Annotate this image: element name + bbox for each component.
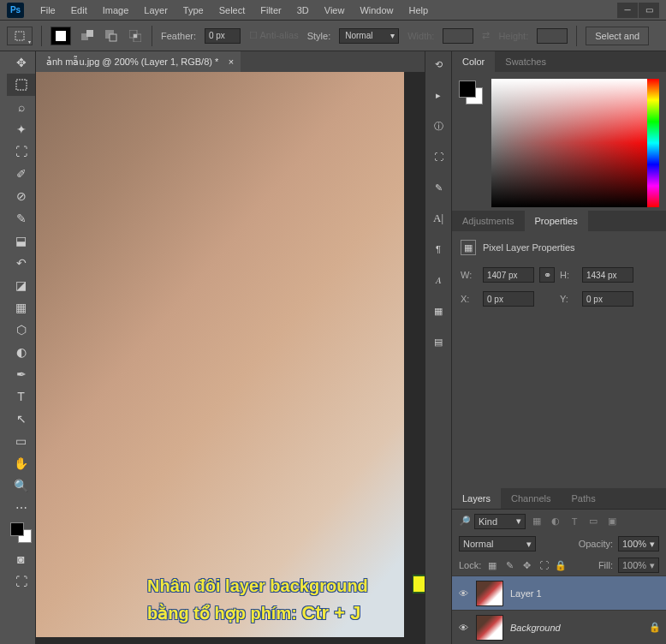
marquee-tool[interactable] — [7, 74, 35, 96]
filter-search-icon[interactable]: 🔎 — [459, 516, 471, 527]
collapsed-panel-dock: ⟲ ▸ ⓘ ⛶ ✎ A| ¶ 𝐴 ▦ ▤ — [425, 51, 452, 644]
fill-input[interactable]: 100%▾ — [618, 558, 659, 573]
fg-swatch[interactable] — [459, 80, 476, 98]
lock-artboard-icon[interactable]: ⛶ — [538, 560, 550, 570]
selection-new[interactable] — [51, 27, 71, 45]
menu-file[interactable]: File — [33, 5, 63, 15]
gradient-tool[interactable]: ▦ — [7, 296, 35, 319]
wand-tool[interactable]: ✦ — [7, 118, 35, 140]
quick-mask[interactable]: ◙ — [7, 548, 35, 570]
color-swatch-mini[interactable] — [459, 79, 485, 204]
actions-panel-icon[interactable]: ▸ — [431, 87, 446, 103]
lasso-tool[interactable]: ⌕ — [7, 96, 35, 118]
close-tab-icon[interactable]: × — [229, 57, 234, 67]
layers-panel-tabs: Layers Channels Paths — [452, 488, 666, 509]
fill-label: Fill: — [598, 560, 613, 570]
crop-tool[interactable]: ⛶ — [7, 140, 35, 163]
blur-tool[interactable]: ⬡ — [7, 319, 35, 341]
lock-transparent-icon[interactable]: ▦ — [486, 560, 498, 571]
pen-tool[interactable]: ✒ — [7, 363, 35, 385]
menu-view[interactable]: View — [317, 5, 353, 15]
tab-paths[interactable]: Paths — [562, 488, 606, 509]
menu-edit[interactable]: Edit — [63, 5, 95, 15]
opacity-input[interactable]: 100% — [618, 536, 659, 552]
character-panel-icon[interactable]: A| — [431, 211, 446, 226]
link-wh-icon[interactable]: ⚭ — [539, 267, 555, 283]
shape-tool[interactable]: ▭ — [7, 430, 35, 452]
selection-add-icon[interactable] — [80, 28, 95, 44]
paragraph-panel-icon[interactable]: ¶ — [431, 242, 446, 257]
layer-name[interactable]: Layer 1 — [510, 588, 661, 599]
styles-panel-icon[interactable]: ▦ — [431, 303, 446, 319]
feather-input[interactable] — [205, 28, 241, 44]
height-field[interactable] — [582, 267, 633, 283]
layer-name[interactable]: Background — [510, 623, 642, 633]
history-panel-icon[interactable]: ⟲ — [431, 57, 446, 72]
selection-subtract-icon[interactable] — [104, 28, 119, 44]
maximize-button[interactable]: ▭ — [639, 3, 659, 18]
layer-row[interactable]: 👁 Background 🔒 — [452, 610, 666, 644]
color-swatches[interactable] — [7, 519, 35, 548]
filter-type-icon[interactable]: T — [567, 514, 582, 529]
dodge-tool[interactable]: ◐ — [7, 341, 35, 363]
brushes-panel-icon[interactable]: ✎ — [431, 180, 446, 195]
stamp-tool[interactable]: ⬓ — [7, 230, 35, 252]
blend-mode-select[interactable]: Normal — [459, 536, 536, 552]
hand-tool[interactable]: ✋ — [7, 452, 35, 474]
info-panel-icon[interactable]: ⓘ — [431, 118, 446, 134]
selection-intersect-icon[interactable] — [128, 28, 143, 44]
menu-image[interactable]: Image — [95, 5, 137, 15]
libraries-panel-icon[interactable]: ▤ — [431, 334, 446, 349]
lock-pixels-icon[interactable]: ✎ — [503, 560, 515, 571]
filter-pixel-icon[interactable]: ▦ — [529, 514, 544, 529]
move-tool[interactable]: ✥ — [7, 51, 35, 74]
tool-preset-picker[interactable] — [7, 27, 33, 45]
layer-row[interactable]: 👁 Layer 1 — [452, 575, 666, 610]
layer-thumbnail[interactable] — [476, 581, 503, 606]
brush-tool[interactable]: ✎ — [7, 207, 35, 230]
width-field[interactable] — [483, 267, 534, 283]
heal-tool[interactable]: ⊘ — [7, 185, 35, 207]
document-tab[interactable]: ảnh mẫu.jpg @ 200% (Layer 1, RGB/8) * × — [36, 51, 241, 72]
history-brush-tool[interactable]: ↶ — [7, 252, 35, 274]
color-field[interactable] — [491, 79, 659, 207]
filter-adjust-icon[interactable]: ◐ — [548, 514, 563, 529]
tab-layers[interactable]: Layers — [452, 488, 501, 509]
menu-3d[interactable]: 3D — [289, 5, 317, 15]
visibility-toggle[interactable]: 👁 — [457, 588, 469, 599]
eyedropper-tool[interactable]: ✐ — [7, 163, 35, 185]
menu-select[interactable]: Select — [211, 5, 253, 15]
layer-thumbnail[interactable] — [476, 615, 503, 641]
eraser-tool[interactable]: ◪ — [7, 274, 35, 296]
x-field[interactable] — [483, 291, 534, 307]
visibility-toggle[interactable]: 👁 — [457, 623, 469, 633]
screen-mode[interactable]: ⛶ — [7, 570, 35, 593]
tab-adjustments[interactable]: Adjustments — [452, 211, 525, 231]
glyphs-panel-icon[interactable]: 𝐴 — [431, 272, 446, 288]
path-select-tool[interactable]: ↖ — [7, 408, 35, 430]
tab-channels[interactable]: Channels — [501, 488, 561, 509]
menu-layer[interactable]: Layer — [136, 5, 175, 15]
navigator-panel-icon[interactable]: ⛶ — [431, 149, 446, 164]
filter-kind-select[interactable]: Kind — [474, 514, 526, 529]
tab-swatches[interactable]: Swatches — [495, 51, 556, 72]
canvas[interactable]: Nhân đôi layer background bằng tổ hợp ph… — [36, 72, 425, 644]
select-and-mask-button[interactable]: Select and — [586, 27, 649, 45]
menu-window[interactable]: Window — [352, 5, 401, 15]
menu-type[interactable]: Type — [175, 5, 211, 15]
edit-toolbar[interactable]: ⋯ — [7, 497, 35, 519]
foreground-color[interactable] — [10, 522, 24, 536]
menu-filter[interactable]: Filter — [253, 5, 288, 15]
filter-smart-icon[interactable]: ▣ — [604, 514, 620, 529]
zoom-tool[interactable]: 🔍 — [7, 474, 35, 497]
minimize-button[interactable]: ─ — [617, 3, 638, 18]
style-select[interactable]: Normal — [339, 28, 399, 44]
type-tool[interactable]: T — [7, 385, 35, 408]
lock-position-icon[interactable]: ✥ — [520, 560, 532, 571]
y-field[interactable] — [582, 291, 633, 307]
tab-properties[interactable]: Properties — [525, 211, 588, 231]
filter-shape-icon[interactable]: ▭ — [586, 514, 601, 529]
lock-all-icon[interactable]: 🔒 — [555, 560, 567, 571]
menu-help[interactable]: Help — [401, 5, 437, 15]
tab-color[interactable]: Color — [452, 51, 495, 72]
